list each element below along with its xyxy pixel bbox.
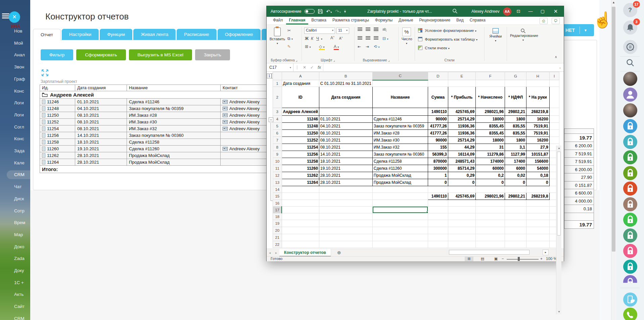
row-header-4[interactable]: 4 [273, 116, 282, 123]
cell-F1[interactable] [476, 80, 505, 87]
column-header-A[interactable]: A [282, 72, 319, 80]
cell-F9[interactable]: 11279,86 [476, 151, 505, 158]
row-header-11[interactable]: 11 [273, 165, 282, 172]
cell-F4[interactable]: 18000 [476, 116, 505, 123]
cell-H9[interactable]: 10151,87 [526, 151, 549, 158]
column-header-H[interactable]: H [526, 72, 549, 80]
cell-C17[interactable] [372, 207, 428, 213]
cell-G4[interactable]: 1800 [505, 116, 526, 123]
underline-button[interactable]: Ч [316, 36, 319, 41]
cell-I3[interactable] [549, 108, 559, 116]
cell-B6[interactable]: 08.10.2021 [319, 130, 372, 137]
cell-H6[interactable]: 7519,91 [526, 130, 549, 137]
cell-A11[interactable]: 11260 [282, 165, 319, 172]
cell-G8[interactable]: 3,1 [505, 144, 526, 151]
cell-E4[interactable]: 25714,29 [448, 116, 475, 123]
avatar-photo[interactable] [623, 103, 637, 117]
cell-C2[interactable]: Название [372, 87, 428, 108]
cell-C21[interactable] [372, 234, 428, 241]
percent-style-button[interactable]: % Число▾ [402, 28, 412, 45]
sidebar-item-crm[interactable]: CRM [7, 170, 30, 179]
cell-G12[interactable]: 0,02 [505, 172, 526, 179]
sidebar-item-чат[interactable]: Чат [0, 182, 30, 191]
cell-E16[interactable] [448, 200, 475, 207]
decrease-indent-button[interactable]: ⇤ [358, 44, 361, 49]
cell-G22[interactable] [505, 241, 526, 248]
cell-F21[interactable] [476, 234, 505, 241]
cell-G3[interactable]: 29802,21 [505, 108, 526, 116]
cell-E13[interactable]: 0 [448, 179, 475, 186]
cell-E15[interactable]: 425745,69 [448, 193, 475, 200]
cell-C13[interactable]: Продажа МойСклад [372, 179, 428, 186]
cell-D7[interactable]: 90000 [428, 137, 448, 144]
page-break-view-button[interactable]: ▣ [492, 257, 500, 261]
cell-D22[interactable] [428, 241, 448, 248]
hscroll-thumb[interactable] [449, 250, 530, 255]
cell-I6[interactable] [549, 130, 559, 137]
close-button[interactable]: ✕ [550, 6, 562, 17]
table-row[interactable]: 1125008.10.2021ИМ.Заказ #28Andreev Alexe… [40, 112, 274, 119]
locked-user-icon[interactable] [623, 213, 637, 227]
tab-отчет[interactable]: Отчет [33, 29, 61, 40]
bell-icon[interactable]: 3 [623, 20, 637, 35]
cell-D11[interactable]: 300000 [428, 165, 448, 172]
cell-E7[interactable]: 25714,29 [448, 137, 475, 144]
cell-E1[interactable] [448, 80, 475, 87]
tab-функции[interactable]: Функции [100, 29, 132, 40]
cell-H19[interactable] [526, 220, 549, 227]
cell-F14[interactable] [476, 186, 505, 193]
sidebar-item-согл[interactable]: Согл [0, 123, 30, 131]
cell-E19[interactable] [448, 220, 475, 227]
sheet-next-icon[interactable]: ▸ [273, 251, 279, 255]
sidebar-item-логи[interactable]: Логи [0, 111, 30, 119]
zoom-level[interactable]: 100 % [546, 257, 557, 261]
cell-H17[interactable] [526, 207, 549, 213]
ribbon-tab-формулы[interactable]: Формулы [372, 16, 396, 24]
cell-G9[interactable]: 1127,99 [505, 151, 526, 158]
table-row[interactable]: 1125818.10.2021Сделка #11258 [40, 139, 274, 146]
formula-input[interactable] [323, 63, 556, 72]
cell-G1[interactable] [505, 80, 526, 87]
vscroll-thumb[interactable] [557, 152, 561, 235]
cell-E20[interactable] [448, 227, 475, 234]
locked-user-icon[interactable] [623, 166, 637, 180]
align-bottom-button[interactable] [374, 28, 378, 32]
cell-F18[interactable] [476, 213, 505, 220]
cell-D13[interactable]: 0 [428, 179, 448, 186]
cell-G16[interactable] [505, 200, 526, 207]
align-right-button[interactable] [374, 36, 378, 41]
sidebar-item-граф[interactable]: Граф [0, 75, 30, 84]
sidebar-item-врем[interactable]: Врем [0, 218, 30, 227]
cell-C6[interactable]: ИМ.Заказ #28 [372, 130, 428, 137]
sidebar-item-звон[interactable]: Звон [0, 63, 30, 71]
cell-A16[interactable] [282, 200, 319, 207]
cell-H15[interactable]: 268219,8 [526, 193, 549, 200]
cell-D5[interactable]: 41777,26 [428, 123, 448, 130]
cell-B12[interactable]: 28.10.2021 [319, 172, 372, 179]
table-row[interactable]: 1124601.10.2021Сделка #11246Andreev Alex… [40, 99, 274, 105]
minimize-button[interactable]: — [524, 6, 537, 17]
row-header-14[interactable]: 14 [273, 186, 282, 193]
tab-настройки[interactable]: Настройки [62, 29, 99, 40]
ribbon-tab-вид[interactable]: Вид [453, 16, 467, 24]
cell-G10[interactable]: 17400 [505, 158, 526, 165]
cell-I4[interactable] [549, 116, 559, 123]
cell-H20[interactable] [526, 227, 549, 234]
sidebar-item-сайт[interactable]: Сайт [0, 302, 30, 311]
normal-view-button[interactable]: ⊞ [465, 257, 473, 261]
sidebar-item-логи[interactable]: Логи [0, 99, 30, 107]
undo-button[interactable]: ↶▾ [326, 9, 332, 14]
закрыть-button[interactable]: Закрыть [195, 49, 230, 60]
cell-C22[interactable] [372, 241, 428, 248]
fill-color-button[interactable]: ◇ ▾ [319, 44, 325, 50]
cell-A15[interactable] [282, 193, 319, 200]
paste-button[interactable]: Вставить▾ [269, 28, 285, 45]
expand-formula-bar-icon[interactable]: ⌄ [556, 66, 564, 69]
cell-H10[interactable]: 156600 [526, 158, 549, 165]
cell-E18[interactable] [448, 213, 475, 220]
row-header-8[interactable]: 8 [273, 144, 282, 151]
column-header-C[interactable]: C [372, 72, 428, 80]
cell-B13[interactable]: 28.10.2021 [319, 179, 372, 186]
cell-I5[interactable] [549, 123, 559, 130]
cell-A13[interactable]: 11264 [282, 179, 319, 186]
